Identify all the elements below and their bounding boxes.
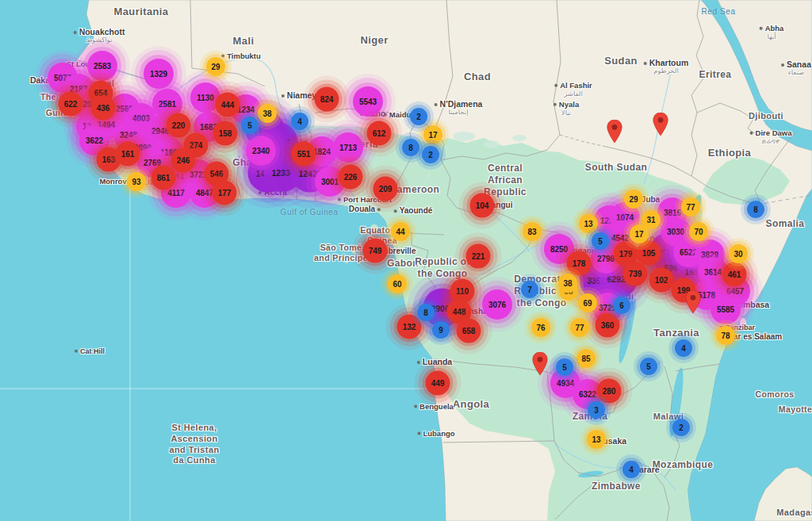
location-pin-icon — [607, 120, 622, 144]
location-pin[interactable] — [607, 120, 622, 147]
location-pin-icon — [532, 352, 548, 376]
location-pin-icon — [653, 113, 668, 136]
pin-markers-layer — [0, 0, 812, 521]
location-pin[interactable] — [653, 113, 668, 140]
location-pin-icon — [685, 290, 701, 314]
location-pin[interactable] — [685, 290, 701, 317]
map-canvas[interactable]: MauritaniaMaliNigerChadSudanEritreaDjibo… — [0, 0, 812, 521]
location-pin[interactable] — [532, 352, 548, 379]
